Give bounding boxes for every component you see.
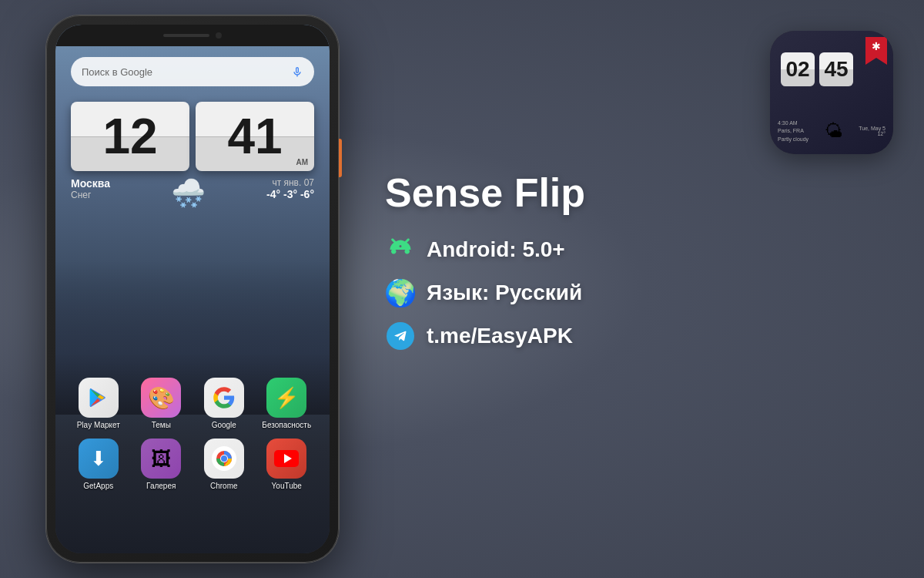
phone-mockup: Поиск в Google 12 41 AM bbox=[46, 15, 339, 563]
android-version-text: Android: 5.0+ bbox=[427, 237, 565, 262]
themes-label: Темы bbox=[152, 421, 171, 429]
hour-digit: 12 bbox=[71, 102, 189, 171]
playstore-label: Play Маркет bbox=[77, 421, 120, 429]
globe-icon: 🌍 bbox=[385, 277, 416, 308]
clock-digits-row: 12 41 AM bbox=[71, 102, 314, 171]
mini-weather: 4:30 AM Paris, FRA Partly cloudy 🌤 Tue, … bbox=[770, 119, 893, 144]
gallery-icon: 🖼 bbox=[141, 439, 181, 479]
flip-clock-widget: 12 41 AM Москва Снег 🌨️ bbox=[71, 102, 314, 210]
mini-minute: 45 bbox=[819, 52, 853, 86]
app-grid: Play Маркет 🎨 Темы bbox=[67, 378, 318, 499]
app-icon-large: ✱ 02 45 4:30 AM Paris, FRA Partly cloudy… bbox=[770, 31, 893, 154]
city-name: Москва bbox=[71, 177, 110, 190]
weather-left: Москва Снег bbox=[71, 177, 110, 200]
getapps-label: GetApps bbox=[83, 482, 113, 490]
camera-dot bbox=[216, 32, 222, 39]
search-bar[interactable]: Поиск в Google bbox=[71, 57, 314, 86]
chrome-icon bbox=[204, 439, 244, 479]
mini-weather-text: 4:30 AM Paris, FRA Partly cloudy bbox=[778, 119, 808, 144]
app-themes[interactable]: 🎨 Темы bbox=[134, 378, 188, 429]
android-icon bbox=[385, 234, 416, 265]
google-icon bbox=[204, 378, 244, 418]
mini-clock: 02 45 bbox=[781, 52, 853, 86]
themes-icon: 🎨 bbox=[141, 378, 181, 418]
security-label: Безопасность bbox=[262, 421, 311, 429]
youtube-label: YouTube bbox=[272, 482, 302, 490]
camera-bar bbox=[55, 25, 330, 46]
app-youtube[interactable]: YouTube bbox=[259, 439, 313, 490]
search-placeholder: Поиск в Google bbox=[82, 66, 291, 78]
info-row-language: 🌍 Язык: Русский bbox=[385, 277, 893, 308]
getapps-icon: ⬇ bbox=[79, 439, 119, 479]
chrome-label: Chrome bbox=[210, 482, 238, 490]
app-row-2: ⬇ GetApps 🖼 Галерея bbox=[67, 439, 318, 490]
app-getapps[interactable]: ⬇ GetApps bbox=[72, 439, 126, 490]
weather-right: чт янв. 07 -4° -3° -6° bbox=[266, 177, 314, 200]
app-icon-inner: ✱ 02 45 4:30 AM Paris, FRA Partly cloudy… bbox=[770, 31, 893, 154]
language-text: Язык: Русский bbox=[427, 281, 582, 305]
app-gallery[interactable]: 🖼 Галерея bbox=[134, 439, 188, 490]
speaker bbox=[163, 34, 209, 37]
telegram-icon bbox=[385, 321, 416, 351]
temp-text: -4° -3° -6° bbox=[266, 188, 314, 200]
star-icon: ✱ bbox=[872, 40, 881, 52]
mini-hour: 02 bbox=[781, 52, 815, 86]
app-title: Sense Flip bbox=[385, 170, 893, 216]
info-row-telegram: t.me/EasyAPK bbox=[385, 321, 893, 351]
gallery-label: Галерея bbox=[146, 482, 176, 490]
security-icon: ⚡ bbox=[266, 378, 306, 418]
phone-screen: Поиск в Google 12 41 AM bbox=[55, 25, 330, 553]
info-row-android: Android: 5.0+ bbox=[385, 234, 893, 265]
am-label: AM bbox=[296, 158, 308, 166]
mini-date-temp: Tue, May 5 12° bbox=[859, 126, 886, 136]
telegram-circle bbox=[387, 322, 414, 350]
minute-digit: 41 AM bbox=[196, 102, 314, 171]
app-chrome[interactable]: Chrome bbox=[197, 439, 251, 490]
app-security[interactable]: ⚡ Безопасность bbox=[259, 378, 313, 429]
right-panel: ✱ 02 45 4:30 AM Paris, FRA Partly cloudy… bbox=[385, 31, 893, 364]
app-row-1: Play Маркет 🎨 Темы bbox=[67, 378, 318, 429]
telegram-text: t.me/EasyAPK bbox=[427, 324, 573, 348]
cloud-snow-icon: 🌨️ bbox=[171, 177, 206, 210]
mic-icon bbox=[291, 66, 303, 78]
phone-body: Поиск в Google 12 41 AM bbox=[46, 15, 339, 563]
weather-icon-area: 🌨️ bbox=[171, 177, 206, 210]
app-google[interactable]: Google bbox=[197, 378, 251, 429]
weather-condition: Снег bbox=[71, 190, 110, 200]
youtube-icon bbox=[266, 439, 306, 479]
svg-point-3 bbox=[221, 455, 227, 462]
weather-row: Москва Снег 🌨️ чт янв. 07 -4° -3° -6° bbox=[71, 177, 314, 210]
date-text: чт янв. 07 bbox=[266, 177, 314, 188]
app-playstore[interactable]: Play Маркет bbox=[72, 378, 126, 429]
mini-sun-icon: 🌤 bbox=[825, 120, 843, 142]
playstore-icon bbox=[79, 378, 119, 418]
google-label: Google bbox=[212, 421, 236, 429]
